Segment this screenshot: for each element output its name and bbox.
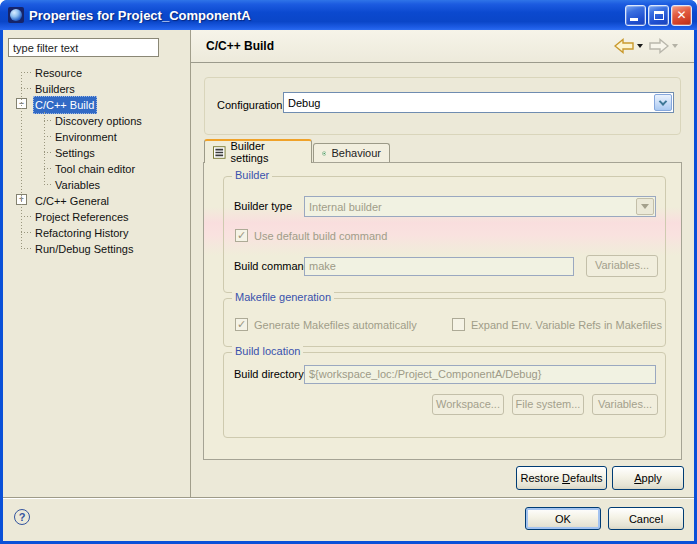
configuration-label: Configuration: (217, 95, 286, 115)
builder-type-dropdown-button (636, 198, 654, 215)
properties-tree: ResourceBuilders−C/C++ BuildDiscovery op… (3, 64, 189, 256)
dialog-body: ResourceBuilders−C/C++ BuildDiscovery op… (3, 30, 694, 541)
makefile-group-title: Makefile generation (232, 291, 334, 303)
variables-button: Variables... (586, 255, 658, 277)
mnemonic: D (562, 472, 570, 484)
configuration-section: Configuration: Debug (204, 77, 681, 135)
use-default-checkbox: ✓ (235, 229, 248, 242)
tree-item[interactable]: Discovery options (3, 112, 189, 128)
minimize-icon (630, 18, 638, 21)
tree-item[interactable]: Builders (3, 80, 189, 96)
build-directory-field: ${workspace_loc:/Project_ComponentA/Debu… (304, 365, 656, 384)
close-button[interactable]: ✕ (671, 5, 692, 26)
check-icon: ✓ (236, 319, 247, 330)
list-icon (213, 146, 226, 159)
maximize-icon (654, 11, 664, 20)
generate-makefiles-label: Generate Makefiles automatically (254, 315, 417, 335)
build-command-field: make (304, 257, 574, 276)
tree-item[interactable]: −C/C++ Build (3, 96, 189, 112)
tree-item-label: Run/Debug Settings (33, 240, 136, 258)
button-label: efaults (570, 472, 602, 484)
tree-item[interactable]: Environment (3, 128, 189, 144)
back-menu-caret-icon[interactable] (637, 44, 643, 48)
expand-env-checkbox (452, 318, 465, 331)
tree-item[interactable]: +C/C++ General (3, 192, 189, 208)
use-default-label: Use default build command (254, 226, 387, 246)
build-command-label: Build command: (234, 256, 313, 276)
tree-item[interactable]: Variables (3, 176, 189, 192)
builder-settings-panel: Builder Builder type Internal builder ✓ … (203, 162, 682, 460)
build-directory-label: Build directory (234, 364, 304, 384)
builder-type-combo: Internal builder (304, 196, 656, 217)
tree-connector (44, 112, 45, 184)
minimize-button[interactable] (625, 5, 646, 26)
chevron-down-icon (659, 97, 667, 105)
tab-behaviour[interactable]: Behaviour (313, 143, 390, 162)
tree-item[interactable]: Run/Debug Settings (3, 240, 189, 256)
title-bar[interactable]: Properties for Project_ComponentA ✕ (0, 0, 697, 30)
chevron-down-icon (641, 204, 649, 209)
properties-dialog: Properties for Project_ComponentA ✕ Reso… (0, 0, 697, 544)
cancel-button[interactable]: Cancel (608, 507, 684, 530)
builder-type-label: Builder type (234, 196, 292, 216)
workspace-button: Workspace... (432, 394, 504, 415)
button-label: pply (642, 472, 662, 484)
pane-header: C/C++ Build (191, 30, 694, 63)
builder-type-value: Internal builder (305, 201, 635, 213)
target-icon (322, 147, 326, 160)
check-icon: ✓ (236, 230, 247, 241)
tab-builder-settings[interactable]: Builder settings (204, 139, 312, 163)
apply-button[interactable]: Apply (612, 466, 684, 490)
builder-group: Builder Builder type Internal builder ✓ … (223, 176, 666, 293)
tree-item[interactable]: Project References (3, 208, 189, 224)
panel-divider (190, 30, 191, 497)
forward-menu-caret-icon (672, 44, 678, 48)
forward-button[interactable] (649, 38, 684, 54)
ok-button[interactable]: OK (525, 507, 601, 530)
back-icon (614, 38, 634, 54)
tab-label: Builder settings (231, 140, 303, 164)
filter-input[interactable] (8, 38, 159, 57)
expand-env-label: Expand Env. Variable Refs in Makefiles (471, 315, 662, 335)
window-title: Properties for Project_ComponentA (29, 8, 623, 23)
maximize-button[interactable] (648, 5, 669, 26)
configuration-value: Debug (284, 97, 653, 109)
builder-group-title: Builder (232, 169, 272, 181)
restore-defaults-button[interactable]: Restore Defaults (516, 466, 607, 490)
configuration-dropdown-button[interactable] (654, 94, 672, 111)
file-system-button: File system... (512, 394, 584, 415)
app-icon (8, 7, 24, 23)
build-location-group: Build location Build directory ${workspa… (223, 352, 666, 438)
tree-item[interactable]: Refactoring History (3, 224, 189, 240)
variables-button: Variables... (592, 394, 658, 415)
tree-item[interactable]: Tool chain editor (3, 160, 189, 176)
configuration-combo[interactable]: Debug (283, 92, 674, 113)
forward-icon (649, 38, 669, 54)
tab-label: Behaviour (331, 147, 381, 159)
makefile-generation-group: Makefile generation ✓ Generate Makefiles… (223, 298, 666, 347)
tree-item[interactable]: Settings (3, 144, 189, 160)
mnemonic: A (634, 472, 641, 484)
tree-item[interactable]: Resource (3, 64, 189, 80)
location-group-title: Build location (232, 345, 303, 357)
button-bar-divider (3, 497, 694, 499)
tree-connector (21, 72, 22, 248)
button-label: Restore (521, 472, 563, 484)
help-button[interactable]: ? (14, 509, 30, 525)
generate-makefiles-checkbox: ✓ (235, 318, 248, 331)
page-title: C/C++ Build (206, 39, 614, 53)
back-button[interactable] (614, 38, 649, 54)
